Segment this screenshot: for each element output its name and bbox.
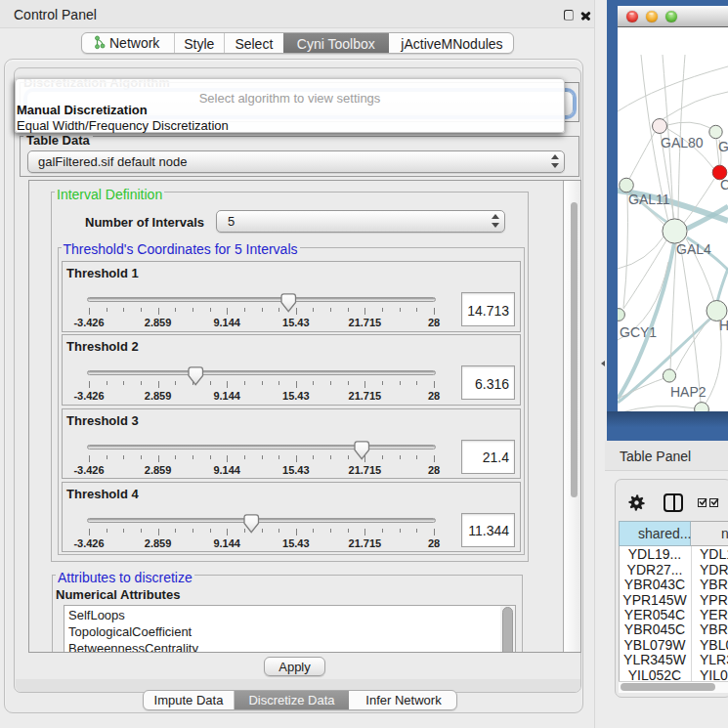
svg-text:H: H xyxy=(719,318,728,333)
svg-text:GCY1: GCY1 xyxy=(620,324,657,340)
svg-text:HAP2: HAP2 xyxy=(670,384,707,400)
svg-text:GAL4: GAL4 xyxy=(676,241,711,257)
svg-text:GAL80: GAL80 xyxy=(661,135,704,150)
svg-text:GA: GA xyxy=(718,139,728,154)
svg-text:GAL11: GAL11 xyxy=(628,192,670,207)
svg-text:C: C xyxy=(720,177,728,193)
